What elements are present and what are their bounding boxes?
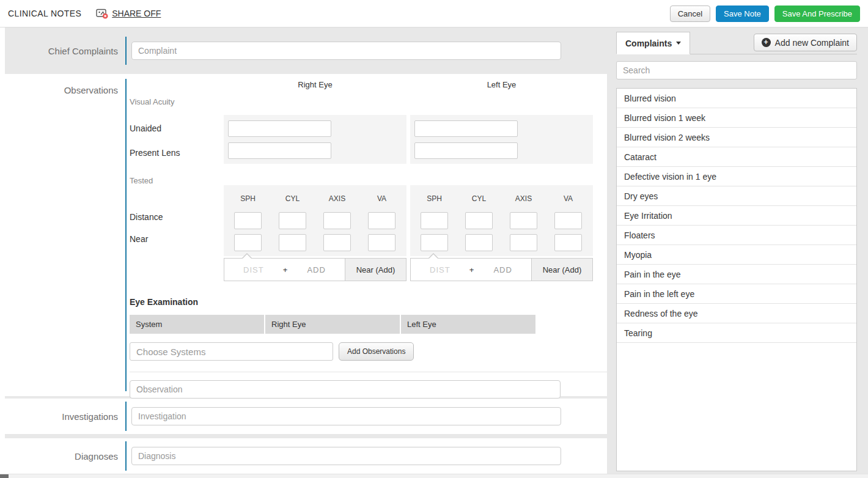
chief-complaints-section: Chief Complaints	[5, 29, 607, 72]
tab-complaints-label: Complaints	[625, 39, 672, 48]
present-lens-label: Present Lens	[130, 141, 224, 165]
observations-section: Observations Right Eye Left Eye Visual A…	[5, 74, 607, 396]
unaided-left-eye-input[interactable]	[414, 120, 518, 137]
tested-col-header: CYL	[457, 194, 501, 203]
distance-cyl-right-input[interactable]	[279, 212, 306, 229]
complaint-list-item[interactable]: Pain in the left eye	[617, 284, 856, 304]
eye-examination-table-header: System Right Eye Left Eye	[130, 315, 535, 334]
near-cyl-right-input[interactable]	[279, 234, 306, 251]
observation-input[interactable]	[130, 380, 561, 399]
dist-text: DIST	[430, 265, 451, 274]
divider	[130, 372, 607, 372]
right-eye-header: Right Eye	[224, 80, 406, 97]
complaint-list-item[interactable]: Dry eyes	[617, 186, 856, 206]
add-observations-button[interactable]: Add Observations	[339, 342, 414, 361]
add-new-complaint-label: Add new Complaint	[775, 38, 849, 48]
complaint-list-item[interactable]: Blurred vision 2 weeks	[617, 128, 856, 147]
complaint-list-item[interactable]: Blurred vision 1 week	[617, 108, 856, 128]
visual-acuity-grid: Unaided Present Lens	[130, 115, 607, 165]
dist-plus-add-left-control[interactable]: DIST + ADD	[410, 258, 532, 281]
complaint-list-item[interactable]: Redness of the eye	[617, 304, 856, 323]
eye-examination-heading: Eye Examination	[130, 297, 607, 307]
content-area: Chief Complaints Observations Right Eye …	[5, 28, 868, 474]
diagnosis-input[interactable]	[131, 447, 561, 465]
observations-label: Observations	[5, 74, 125, 396]
eye-column-headers: Right Eye Left Eye	[130, 80, 607, 97]
near-label: Near	[130, 234, 224, 256]
present-lens-right-eye-input[interactable]	[228, 142, 331, 159]
visual-acuity-right-eye-panel	[224, 115, 406, 164]
distance-cyl-left-input[interactable]	[465, 212, 493, 229]
distance-sph-right-input[interactable]	[234, 212, 262, 229]
investigation-input[interactable]	[131, 407, 561, 425]
complaint-list-item[interactable]: Cataract	[617, 147, 856, 167]
add-text: ADD	[493, 265, 512, 274]
chevron-down-icon	[676, 42, 681, 45]
tested-right-eye-panel: SPHCYLAXISVA	[224, 185, 406, 256]
dist-plus-add-right-control[interactable]: DIST + ADD	[224, 258, 345, 281]
save-and-prescribe-button[interactable]: Save And Prescribe	[774, 6, 860, 22]
tested-col-header: SPH	[226, 194, 270, 203]
plus-circle-icon: +	[762, 38, 771, 47]
complaint-list-item[interactable]: Defective vision in 1 eye	[617, 167, 856, 186]
complaint-list-item[interactable]: Blurred vision	[617, 89, 856, 108]
tab-complaints[interactable]: Complaints	[616, 32, 690, 54]
tested-column-headers: SPHCYLAXISVA	[412, 188, 591, 210]
complaints-sidebar: Complaints + Add new Complaint Blurred v…	[616, 28, 857, 474]
tested-col-header: AXIS	[501, 194, 546, 203]
dist-text: DIST	[243, 265, 264, 274]
distance-axis-left-input[interactable]	[510, 212, 537, 229]
tested-left-eye-panel: SPHCYLAXISVA	[410, 185, 593, 256]
near-sph-right-input[interactable]	[234, 234, 262, 251]
complaint-list-item[interactable]: Eye Irritation	[617, 206, 856, 226]
tested-col-header: AXIS	[315, 194, 359, 203]
near-add-row: DIST + ADD Near (Add) DIST + ADD	[224, 258, 607, 281]
distance-va-right-input[interactable]	[368, 212, 395, 229]
page-title: CLINICAL NOTES	[8, 9, 81, 18]
distance-axis-right-input[interactable]	[323, 212, 351, 229]
near-add-left-button[interactable]: Near (Add)	[532, 258, 593, 281]
investigations-section: Investigations	[5, 399, 607, 434]
left-eye-header: Left Eye	[410, 80, 593, 97]
choose-systems-input[interactable]	[130, 342, 333, 361]
tested-col-header: VA	[546, 194, 590, 203]
near-va-left-input[interactable]	[554, 234, 582, 251]
near-axis-right-input[interactable]	[323, 234, 351, 251]
near-sph-left-input[interactable]	[421, 234, 448, 251]
plus-text: +	[283, 265, 289, 274]
complaint-input[interactable]	[131, 42, 561, 60]
cancel-button[interactable]: Cancel	[670, 6, 710, 22]
plus-text: +	[469, 265, 475, 274]
diagnoses-label: Diagnoses	[5, 451, 125, 461]
present-lens-left-eye-input[interactable]	[414, 142, 518, 159]
near-cyl-left-input[interactable]	[465, 234, 493, 251]
add-new-complaint-button[interactable]: + Add new Complaint	[754, 34, 857, 51]
system-column-header: System	[130, 315, 264, 334]
search-input[interactable]	[616, 61, 857, 79]
tested-col-header: SPH	[412, 194, 457, 203]
tested-column-headers: SPHCYLAXISVA	[226, 188, 405, 210]
clinical-note-form: Chief Complaints Observations Right Eye …	[5, 28, 607, 474]
visual-acuity-label: Visual Acuity	[130, 97, 607, 106]
tested-grid: Distance Near SPHCYLAXISVA	[130, 185, 607, 256]
near-add-right-button[interactable]: Near (Add)	[345, 258, 406, 281]
distance-sph-left-input[interactable]	[421, 212, 448, 229]
tested-col-header: CYL	[270, 194, 315, 203]
unaided-right-eye-input[interactable]	[228, 120, 331, 137]
near-va-right-input[interactable]	[368, 234, 395, 251]
chief-complaints-label: Chief Complaints	[5, 46, 125, 56]
complaint-list-item[interactable]: Pain in the eye	[617, 265, 856, 284]
complaint-list-item[interactable]: Tearing	[617, 323, 856, 343]
save-note-button[interactable]: Save Note	[716, 6, 769, 22]
horizontal-scrollbar-thumb[interactable]	[0, 474, 9, 478]
tested-col-header: VA	[359, 194, 404, 203]
horizontal-scrollbar[interactable]	[0, 474, 868, 478]
complaint-list-item[interactable]: Floaters	[617, 226, 856, 245]
near-axis-left-input[interactable]	[510, 234, 537, 251]
complaint-list-item[interactable]: Myopia	[617, 245, 856, 265]
share-toggle-link[interactable]: SHARE OFF	[96, 8, 161, 19]
right-eye-column-header: Right Eye	[265, 315, 400, 334]
distance-va-left-input[interactable]	[554, 212, 582, 229]
share-off-icon	[96, 8, 109, 19]
tested-label: Tested	[130, 176, 607, 185]
